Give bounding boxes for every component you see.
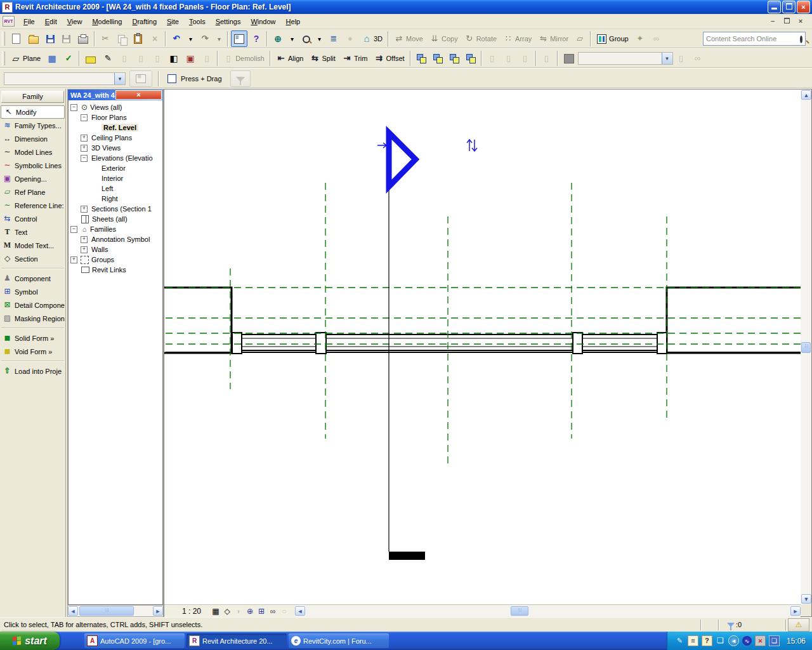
sidebar-item-solid-form[interactable]: ◼Solid Form » xyxy=(0,331,65,345)
send-backward-button[interactable] xyxy=(463,50,478,67)
sidebar-item-dimension[interactable]: ↔Dimension xyxy=(0,132,65,145)
crop-view-button[interactable] xyxy=(244,606,256,616)
zoom-button[interactable] xyxy=(299,30,313,47)
collapse-icon[interactable] xyxy=(81,114,88,121)
mullion[interactable] xyxy=(657,333,667,354)
join-geometry-button[interactable] xyxy=(183,50,198,67)
child-close-button[interactable]: × xyxy=(796,17,806,26)
canvas-horizontal-scrollbar[interactable]: ◄ ► xyxy=(295,606,801,616)
sidebar-item-family-types[interactable]: ≋Family Types... xyxy=(0,119,65,132)
search-icon[interactable] xyxy=(800,36,802,43)
tree-item-3d-views[interactable]: 3D Views xyxy=(69,143,162,153)
paste-button[interactable] xyxy=(130,30,146,47)
wall-left[interactable] xyxy=(164,288,232,353)
whats-this-button[interactable] xyxy=(249,30,264,47)
offset-button[interactable]: Offset xyxy=(371,50,407,67)
zoom-dropdown[interactable] xyxy=(314,30,325,47)
browser-horizontal-scrollbar[interactable]: ◄ ► xyxy=(68,605,163,616)
tablet-pen-icon[interactable] xyxy=(675,636,684,646)
collapse-icon[interactable] xyxy=(81,155,88,162)
bring-to-front-button[interactable] xyxy=(414,50,429,67)
print-button[interactable] xyxy=(75,30,91,47)
mullion[interactable] xyxy=(316,333,326,354)
scroll-left-arrow[interactable]: ◄ xyxy=(68,606,78,616)
tree-item-views[interactable]: Views (all) xyxy=(69,102,162,112)
expand-icon[interactable] xyxy=(70,256,77,263)
flip-arrow-icon[interactable] xyxy=(377,143,386,148)
child-minimize-button[interactable]: – xyxy=(768,17,778,26)
project-browser-toggle[interactable] xyxy=(231,30,247,47)
press-drag-checkbox[interactable]: Press + Drag xyxy=(165,70,225,87)
help-center-icon[interactable] xyxy=(702,635,712,646)
scroll-up-arrow[interactable]: ▲ xyxy=(801,90,811,100)
sidebar-item-modify[interactable]: ↖Modify xyxy=(1,105,65,119)
menu-edit[interactable]: Edit xyxy=(40,16,62,27)
work-plane-button[interactable]: Plane xyxy=(8,50,43,67)
mullion[interactable] xyxy=(232,333,242,354)
save-button[interactable] xyxy=(43,30,58,47)
glass-panel[interactable] xyxy=(326,335,573,350)
mullion[interactable] xyxy=(573,333,582,354)
collapse-icon[interactable] xyxy=(70,226,77,233)
expand-icon[interactable] xyxy=(81,135,88,142)
expand-icon[interactable] xyxy=(81,206,88,213)
tree-item-ref-level[interactable]: Ref. Level xyxy=(69,123,162,133)
tree-item-left[interactable]: Left xyxy=(69,183,162,194)
title-bar[interactable]: R Revit Architecture 2009 - [WA 24_with … xyxy=(0,0,812,14)
sidebar-item-symbolic-lines[interactable]: ∼Symbolic Lines xyxy=(0,159,65,172)
tree-item-elevations[interactable]: Elevations (Elevatio xyxy=(69,153,162,163)
menu-file[interactable]: File xyxy=(18,16,40,27)
sidebar-item-text[interactable]: TText xyxy=(0,225,65,239)
restore-button[interactable] xyxy=(782,1,796,13)
scroll-down-arrow[interactable]: ▼ xyxy=(801,594,811,604)
open-button[interactable] xyxy=(25,30,42,47)
steering-wheel-dropdown[interactable] xyxy=(287,30,298,47)
expand-icon[interactable] xyxy=(81,246,88,253)
align-button[interactable]: Align xyxy=(273,50,306,67)
expand-icon[interactable] xyxy=(81,236,88,243)
tree-item-ceiling-plans[interactable]: Ceiling Plans xyxy=(69,133,162,143)
pin-button[interactable] xyxy=(632,30,648,47)
sidebar-item-model-lines[interactable]: ∼Model Lines xyxy=(0,145,65,159)
tree-item-floor-plans[interactable]: Floor Plans xyxy=(69,112,162,123)
taskbar-item-revit[interactable]: R Revit Architecture 20... xyxy=(187,633,287,648)
bring-forward-button[interactable] xyxy=(447,50,462,67)
child-restore-button[interactable] xyxy=(782,17,792,26)
start-button[interactable]: start xyxy=(0,632,60,650)
scrollbar-thumb[interactable] xyxy=(511,606,528,616)
journal-icon[interactable] xyxy=(688,635,698,646)
tree-item-right[interactable]: Right xyxy=(69,194,162,204)
floor-plan-drawing[interactable] xyxy=(164,90,801,604)
thin-lines-button[interactable] xyxy=(326,30,341,47)
menu-view[interactable]: View xyxy=(62,16,88,27)
menu-tools[interactable]: Tools xyxy=(184,16,211,27)
content-search-box[interactable] xyxy=(703,32,806,46)
sidebar-item-ref-plane[interactable]: ▱Ref Plane xyxy=(0,185,65,199)
glass-panel[interactable] xyxy=(582,335,657,350)
sidebar-item-load-into-project[interactable]: ⇧Load into Proje xyxy=(0,364,65,378)
sidebar-item-control[interactable]: ⇆Control xyxy=(0,212,65,225)
scroll-left-arrow[interactable]: ◄ xyxy=(295,606,305,616)
match-type-button[interactable] xyxy=(100,50,115,67)
selection-filter[interactable]: :0 xyxy=(721,621,784,628)
tree-item-annotation-symbol[interactable]: Annotation Symbol xyxy=(69,234,162,244)
sidebar-item-masking-region[interactable]: ▨Masking Region xyxy=(0,312,65,325)
toolbar-grip[interactable] xyxy=(2,32,5,46)
steering-wheel-button[interactable] xyxy=(270,30,285,47)
tree-item-sheets[interactable]: Sheets (all) xyxy=(69,214,162,224)
trim-button[interactable]: Trim xyxy=(339,50,370,67)
menu-window[interactable]: Window xyxy=(246,16,280,27)
display-settings-icon[interactable] xyxy=(716,636,725,646)
show-crop-region-button[interactable] xyxy=(256,606,267,616)
collapse-icon[interactable] xyxy=(70,104,77,111)
section-marker-arrow[interactable] xyxy=(389,133,416,187)
undo-button[interactable] xyxy=(169,30,184,47)
canvas-vertical-scrollbar[interactable]: ▲ ▼ xyxy=(801,90,811,604)
sidebar-item-reference-line[interactable]: ∼Reference Line: xyxy=(0,199,65,212)
tree-item-families[interactable]: Families xyxy=(69,224,162,234)
floor-plan-view[interactable] xyxy=(164,90,801,604)
close-button[interactable]: × xyxy=(797,1,810,13)
reveal-hidden-elements-button[interactable] xyxy=(267,606,278,616)
tree-item-walls[interactable]: Walls xyxy=(69,244,162,255)
sidebar-item-component[interactable]: ♟Component xyxy=(0,272,65,285)
